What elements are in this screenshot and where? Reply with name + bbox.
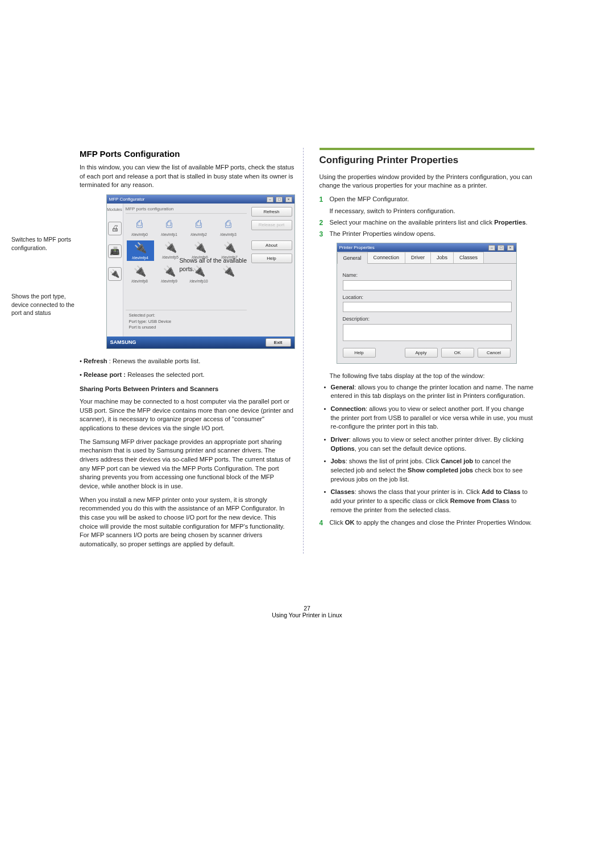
bullet-connection: Connection: allows you to view or select… <box>331 405 535 431</box>
pp-tab-driver[interactable]: Driver <box>405 252 431 263</box>
port-name: /dev/mfp5 <box>162 255 179 260</box>
pp-cancel-button[interactable]: Cancel <box>478 348 511 358</box>
selected-port-type: Port type: USB Device <box>129 319 243 325</box>
pp-desc-label: Description: <box>343 315 511 323</box>
port-name: /dev/mfp2 <box>190 232 207 237</box>
pp-tab-classes[interactable]: Classes <box>453 252 484 263</box>
ports-module-icon[interactable]: 🔌 <box>108 267 122 281</box>
close-icon[interactable]: × <box>507 245 514 251</box>
port-name: /dev/mfp10 <box>189 279 208 284</box>
printer-properties-window: Printer Properties – □ × GeneralConnecti… <box>337 243 517 364</box>
step-1-number: 1 <box>320 195 325 205</box>
step-2-c: . <box>526 219 528 226</box>
pp-ok-button[interactable]: OK <box>441 348 474 358</box>
bullet-jobs: Jobs: shows the list of print jobs. Clic… <box>331 457 535 484</box>
pp-apply-button[interactable]: Apply <box>405 348 438 358</box>
tabs-intro: The following five tabs display at the t… <box>330 372 535 381</box>
section-rule <box>320 148 535 150</box>
left-heading: MFP Ports Configuration <box>80 148 295 160</box>
port-name: /dev/mfp3 <box>220 232 237 237</box>
step-3-number: 3 <box>320 230 325 239</box>
sharing-subhead: Sharing Ports Between Printers and Scann… <box>80 385 295 394</box>
port-name: /dev/mfp0 <box>131 232 148 237</box>
step-3-text: The Printer Properties window opens. <box>330 230 535 239</box>
selected-port-box: Selected port: Port type: USB Device Por… <box>126 310 247 337</box>
sharing-p1: Your machine may be connected to a host … <box>80 397 295 433</box>
pp-desc-input[interactable] <box>343 324 512 341</box>
callout-status: Shows the port type, device connected to… <box>11 292 80 317</box>
pp-location-input[interactable] <box>343 302 512 312</box>
window-title: MFP Configurator <box>109 196 145 202</box>
scanner-module-icon[interactable]: 📠 <box>108 244 122 258</box>
maximize-icon[interactable]: □ <box>276 197 283 202</box>
usb-port-icon: 🔌 <box>134 264 146 279</box>
refresh-term: Refresh <box>84 358 107 364</box>
page-number: 27 <box>80 605 534 612</box>
right-intro: Using the properties window provided by … <box>320 173 535 190</box>
step-1-sub: If necessary, switch to Printers configu… <box>330 207 535 216</box>
pp-name-label: Name: <box>343 272 511 279</box>
port-name: /dev/mfp4 <box>132 255 148 260</box>
refresh-button[interactable]: Refresh <box>251 207 292 217</box>
help-button[interactable]: Help <box>251 254 292 263</box>
port-name: /dev/mfp8 <box>131 279 148 284</box>
port-item[interactable]: ⎙/dev/mfp1 <box>156 217 182 236</box>
step-2-a: Select your machine on the available pri… <box>330 219 495 226</box>
step-4-text: Click OK to apply the changes and close … <box>330 518 535 528</box>
brand-logo: SAMSUNG <box>110 339 136 346</box>
port-item[interactable]: 🔌/dev/mfp8 <box>127 264 153 284</box>
usb-port-icon: 🔌 <box>134 241 147 255</box>
printer-module-icon[interactable]: 🖨 <box>108 222 122 235</box>
step-2-number: 2 <box>320 218 325 228</box>
sharing-p3: When you install a new MFP printer onto … <box>80 496 295 549</box>
port-item[interactable]: 🔌/dev/mfp9 <box>156 264 182 284</box>
close-icon[interactable]: × <box>285 197 292 202</box>
port-name: /dev/mfp9 <box>161 279 177 284</box>
exit-button[interactable]: Exit <box>265 338 291 347</box>
selected-port-label: Selected port: <box>129 313 243 319</box>
pp-name-input[interactable] <box>343 280 512 290</box>
step-2-b: Properties <box>494 219 525 226</box>
release-port-button[interactable]: Release port <box>251 220 292 230</box>
pp-tab-connection[interactable]: Connection <box>367 252 406 263</box>
mfp-configurator-window: MFP Configurator – □ × Modules 🖨 📠 🔌 <box>106 194 295 349</box>
usb-port-icon: 🔌 <box>223 240 236 255</box>
parallel-port-icon: ⎙ <box>225 217 231 231</box>
step-2-text: Select your machine on the available pri… <box>330 218 535 228</box>
sharing-p2: The Samsung MFP driver package provides … <box>80 438 295 491</box>
selected-port-status: Port is unused <box>129 325 243 331</box>
left-intro: In this window, you can view the list of… <box>80 163 295 190</box>
pp-help-button[interactable]: Help <box>343 348 376 358</box>
modules-label: Modules <box>107 207 122 213</box>
parallel-port-icon: ⎙ <box>136 217 143 231</box>
step-4-number: 4 <box>320 518 325 528</box>
port-item[interactable]: ⎙/dev/mfp2 <box>186 217 212 236</box>
bullet-release: • Release port : Releases the selected p… <box>80 371 295 380</box>
port-item[interactable]: ⎙/dev/mfp0 <box>127 217 153 236</box>
usb-port-icon: 🔌 <box>164 240 177 255</box>
port-item[interactable]: ⎙/dev/mfp3 <box>215 217 242 236</box>
usb-port-icon: 🔌 <box>194 240 206 255</box>
port-name: /dev/mfp1 <box>161 232 177 237</box>
pp-location-label: Location: <box>343 294 511 301</box>
minimize-icon[interactable]: – <box>267 197 273 202</box>
ports-heading: MFP ports configuration <box>126 206 247 214</box>
release-desc: Releases the selected port. <box>126 371 205 378</box>
port-item[interactable]: 🔌/dev/mfp4 <box>127 240 154 261</box>
refresh-desc: : Renews the available ports list. <box>107 358 201 364</box>
bullet-driver: Driver: allows you to view or select ano… <box>331 435 535 453</box>
maximize-icon[interactable]: □ <box>497 245 504 251</box>
pp-tab-jobs[interactable]: Jobs <box>430 252 454 263</box>
bullet-classes: Classes: shows the class that your print… <box>331 488 535 514</box>
usb-port-icon: 🔌 <box>163 264 176 279</box>
parallel-port-icon: ⎙ <box>166 217 172 231</box>
pp-tab-general[interactable]: General <box>337 252 368 264</box>
bullet-general: General: allows you to change the printe… <box>331 383 535 401</box>
parallel-port-icon: ⎙ <box>196 217 202 231</box>
step-1-text: Open the MFP Configurator. <box>330 195 535 205</box>
pp-window-title: Printer Properties <box>339 244 375 251</box>
about-button[interactable]: About <box>251 240 292 250</box>
release-term: Release port : <box>84 371 126 378</box>
minimize-icon[interactable]: – <box>488 245 495 251</box>
right-heading: Configuring Printer Properties <box>320 153 535 167</box>
